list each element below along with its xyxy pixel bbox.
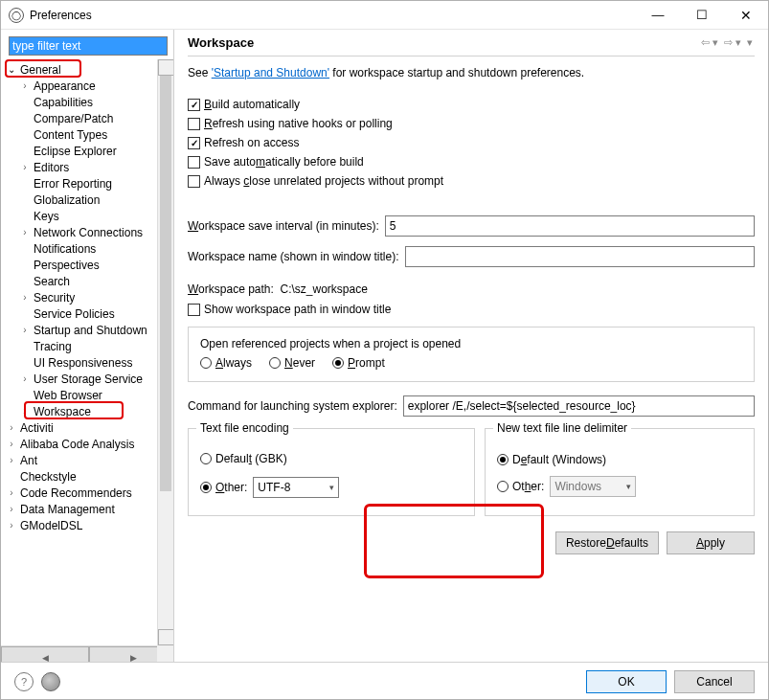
tree-item[interactable]: Capabilities bbox=[1, 94, 173, 110]
tree-horizontal-scrollbar[interactable]: ◀ ▶ bbox=[1, 645, 157, 662]
workspace-name-input[interactable] bbox=[405, 246, 755, 267]
delimiter-default-radio[interactable]: Default (Windows) bbox=[497, 453, 606, 466]
titlebar: ◯ Preferences — ☐ ✕ bbox=[1, 1, 768, 30]
tree-item[interactable]: ›Workspace bbox=[1, 403, 173, 419]
tree-item[interactable]: ›Appearance bbox=[1, 78, 173, 94]
refresh-hooks-checkbox[interactable] bbox=[188, 118, 200, 130]
page-title: Workspace bbox=[188, 35, 254, 50]
scroll-down-icon[interactable]: ▼ bbox=[158, 629, 173, 645]
open-ref-prompt[interactable]: Prompt bbox=[332, 356, 385, 370]
startup-shutdown-link[interactable]: 'Startup and Shutdown' bbox=[212, 66, 329, 79]
tree-item-label: Editors bbox=[32, 161, 69, 174]
tree-item[interactable]: ›Startup and Shutdown bbox=[1, 322, 173, 338]
tree-item[interactable]: Tracing bbox=[1, 338, 173, 354]
nav-back-icon[interactable]: ⇦ ▾ bbox=[699, 36, 720, 49]
save-before-build-checkbox[interactable] bbox=[188, 156, 200, 169]
tree-item[interactable]: ›Network Connections bbox=[1, 224, 173, 240]
tree-expand-icon[interactable]: › bbox=[18, 227, 32, 237]
scroll-thumb[interactable] bbox=[160, 76, 171, 491]
scroll-left-icon[interactable]: ◀ bbox=[1, 646, 89, 662]
close-button[interactable]: ✕ bbox=[724, 1, 768, 30]
tree-item[interactable]: ›Editors bbox=[1, 159, 173, 175]
maximize-button[interactable]: ☐ bbox=[680, 1, 724, 30]
tree-item-label: Service Policies bbox=[32, 307, 115, 321]
open-ref-always[interactable]: Always bbox=[200, 356, 252, 370]
refresh-access-checkbox[interactable] bbox=[188, 137, 200, 149]
tree-item[interactable]: Error Reporting bbox=[1, 175, 173, 192]
restore-defaults-button[interactable]: Restore Defaults bbox=[555, 531, 659, 554]
tree-item-label: Checkstyle bbox=[18, 470, 77, 484]
tree-expand-icon[interactable]: › bbox=[5, 520, 18, 531]
build-automatically-checkbox[interactable] bbox=[188, 99, 200, 111]
encoding-other-radio[interactable]: Other: bbox=[200, 481, 247, 494]
help-icon[interactable]: ? bbox=[14, 672, 34, 691]
tree-item-label: Perspectives bbox=[32, 259, 100, 272]
tree-item[interactable]: Eclipse Explorer bbox=[1, 143, 173, 159]
minimize-button[interactable]: — bbox=[636, 1, 680, 30]
tree-item[interactable]: Perspectives bbox=[1, 257, 173, 273]
tree-item[interactable]: Service Policies bbox=[1, 305, 173, 322]
filter-input[interactable] bbox=[9, 36, 168, 56]
tree-item[interactable]: Content Types bbox=[1, 126, 173, 143]
line-delimiter-title: New text file line delimiter bbox=[493, 421, 631, 435]
show-ws-path-checkbox[interactable] bbox=[188, 304, 200, 316]
tree-item[interactable]: Search bbox=[1, 273, 173, 289]
nav-menu-icon[interactable]: ▾ bbox=[745, 36, 755, 49]
tree-item-label: Web Browser bbox=[32, 389, 102, 402]
tree-expand-icon[interactable]: › bbox=[5, 455, 18, 465]
tree-expand-icon[interactable]: ⌄ bbox=[5, 64, 18, 75]
workspace-page: Workspace ⇦ ▾ ⇨ ▾ ▾ See 'Startup and Shu… bbox=[174, 30, 768, 662]
tree-item[interactable]: Notifications bbox=[1, 240, 173, 257]
tree-expand-icon[interactable]: › bbox=[18, 162, 32, 172]
tree-item[interactable]: ›Code Recommenders bbox=[1, 485, 173, 501]
tree-item-label: Workspace bbox=[32, 405, 91, 418]
open-referenced-group: Open referenced projects when a project … bbox=[188, 327, 755, 382]
encoding-other-combo[interactable]: UTF-8 ▾ bbox=[253, 477, 339, 498]
tree-item[interactable]: ›Ant bbox=[1, 452, 173, 468]
tree-expand-icon[interactable]: › bbox=[5, 504, 18, 514]
tree-expand-icon[interactable]: › bbox=[18, 406, 32, 417]
tree-item-label: Keys bbox=[32, 210, 59, 223]
nav-forward-icon[interactable]: ⇨ ▾ bbox=[722, 36, 743, 49]
apply-button[interactable]: Apply bbox=[667, 531, 755, 554]
cancel-button[interactable]: Cancel bbox=[674, 670, 755, 693]
tree-item[interactable]: Globalization bbox=[1, 192, 173, 208]
tree-item[interactable]: ›User Storage Service bbox=[1, 371, 173, 387]
import-export-icon[interactable] bbox=[41, 672, 60, 691]
tree-item[interactable]: Web Browser bbox=[1, 387, 173, 403]
intro-text: See 'Startup and Shutdown' for workspace… bbox=[188, 66, 755, 79]
delimiter-other-radio[interactable]: Other: bbox=[497, 480, 544, 493]
open-ref-never[interactable]: Never bbox=[269, 356, 315, 370]
tree-item[interactable]: ›GModelDSL bbox=[1, 517, 173, 533]
tree-expand-icon[interactable]: › bbox=[18, 325, 32, 335]
tree-expand-icon[interactable]: › bbox=[5, 487, 18, 498]
preferences-tree[interactable]: ⌄General›AppearanceCapabilitiesCompare/P… bbox=[1, 59, 173, 533]
preferences-tree-panel: ⌄General›AppearanceCapabilitiesCompare/P… bbox=[1, 30, 174, 662]
tree-item[interactable]: ›Activiti bbox=[1, 419, 173, 436]
close-unrelated-checkbox[interactable] bbox=[188, 175, 200, 188]
tree-expand-icon[interactable]: › bbox=[5, 422, 18, 433]
workspace-path-value: C:\sz_workspace bbox=[281, 282, 368, 296]
cmd-explorer-input[interactable] bbox=[403, 395, 755, 417]
tree-item-label: Notifications bbox=[32, 242, 96, 256]
tree-item[interactable]: Keys bbox=[1, 208, 173, 224]
tree-vertical-scrollbar[interactable]: ▲ ▼ bbox=[157, 59, 173, 645]
tree-item[interactable]: ›Security bbox=[1, 289, 173, 305]
ok-button[interactable]: OK bbox=[586, 670, 667, 693]
tree-item[interactable]: Checkstyle bbox=[1, 468, 173, 485]
tree-item-label: Appearance bbox=[32, 79, 96, 93]
scroll-up-icon[interactable]: ▲ bbox=[158, 59, 173, 76]
tree-item-label: Alibaba Code Analysis bbox=[18, 438, 134, 451]
tree-expand-icon[interactable]: › bbox=[18, 292, 32, 303]
tree-expand-icon[interactable]: › bbox=[18, 80, 32, 91]
encoding-default-radio[interactable]: Default (GBK) bbox=[200, 452, 287, 465]
tree-expand-icon[interactable]: › bbox=[18, 373, 32, 384]
tree-item[interactable]: ›Data Management bbox=[1, 501, 173, 517]
tree-expand-icon[interactable]: › bbox=[5, 439, 18, 449]
save-interval-input[interactable] bbox=[385, 215, 755, 237]
refresh-hooks-label: Refresh using native hooks or polling bbox=[204, 117, 393, 130]
tree-item[interactable]: UI Responsiveness bbox=[1, 354, 173, 371]
tree-item[interactable]: ⌄General bbox=[1, 61, 173, 78]
tree-item[interactable]: ›Alibaba Code Analysis bbox=[1, 436, 173, 452]
tree-item[interactable]: Compare/Patch bbox=[1, 110, 173, 126]
